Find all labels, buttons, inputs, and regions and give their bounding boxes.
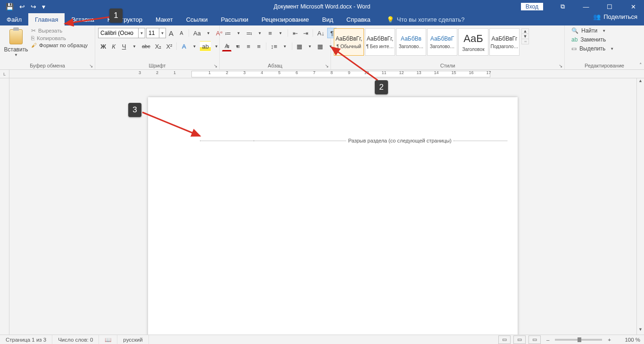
login-button[interactable]: Вход <box>521 3 543 10</box>
zoom-slider[interactable] <box>555 339 602 341</box>
tab-layout[interactable]: Макет <box>149 13 180 25</box>
align-center-button[interactable]: ≡ <box>233 41 243 51</box>
scissors-icon: ✂ <box>31 27 36 34</box>
view-read-button[interactable]: ▭ <box>498 336 511 344</box>
view-web-button[interactable]: ▭ <box>528 336 541 344</box>
format-painter-button[interactable]: 🖌Формат по образцу <box>31 42 88 48</box>
gallery-more-icon[interactable]: ⎓ <box>522 39 528 44</box>
gallery-up-icon[interactable]: ▲ <box>522 29 528 34</box>
shading-button[interactable]: ▦ <box>295 41 304 51</box>
style-item-3[interactable]: АаБбВвГЗаголово… <box>427 28 457 56</box>
view-print-button[interactable]: ▭ <box>513 336 526 344</box>
style-item-2[interactable]: АаБбВвЗаголово… <box>396 28 426 56</box>
tab-view[interactable]: Вид <box>315 13 340 25</box>
multilevel-drop-icon[interactable]: ▼ <box>276 28 285 38</box>
tab-help[interactable]: Справка <box>340 13 377 25</box>
strike-button[interactable]: abc <box>140 41 152 51</box>
highlight-button[interactable]: ab <box>200 41 210 51</box>
minimize-button[interactable]: — <box>575 0 597 13</box>
multilevel-button[interactable]: ≡ <box>265 28 275 38</box>
qat-more-icon[interactable]: ▾ <box>42 3 45 10</box>
sort-button[interactable]: A↓ <box>315 28 326 38</box>
styles-gallery-more[interactable]: ▲ ▼ ⎓ <box>521 28 529 44</box>
tab-home[interactable]: Главная <box>28 13 65 25</box>
decrease-indent-button[interactable]: ⇤ <box>290 28 300 38</box>
cut-button[interactable]: ✂Вырезать <box>31 27 88 34</box>
style-item-1[interactable]: АаБбВвГг,¶ Без инте… <box>365 28 395 56</box>
italic-button[interactable]: К <box>109 41 118 51</box>
font-name-drop-icon[interactable]: ▼ <box>139 28 145 38</box>
undo-icon[interactable]: ↩ <box>19 3 25 10</box>
close-button[interactable]: ✕ <box>622 0 644 13</box>
select-button[interactable]: ▭Выделить▼ <box>571 45 614 52</box>
justify-button[interactable]: ≡ <box>254 41 264 51</box>
style-item-0[interactable]: АаБбВвГг,¶ Обычный <box>334 28 364 56</box>
bullets-button[interactable]: ≔ <box>223 28 233 38</box>
font-name-input[interactable] <box>98 28 139 38</box>
numbering-button[interactable]: ≕ <box>244 28 254 38</box>
share-button[interactable]: 👥 Поделиться <box>593 13 637 20</box>
ruler-vertical[interactable] <box>0 78 9 335</box>
scroll-up-icon[interactable]: ▲ <box>638 78 643 86</box>
font-size-input[interactable] <box>146 28 159 38</box>
document-canvas[interactable]: Разрыв раздела (со следующей страницы) <box>9 78 644 335</box>
ribbon-options-icon[interactable]: ⧉ <box>552 0 573 13</box>
align-left-button[interactable]: ≡ <box>223 41 232 51</box>
superscript-button[interactable]: X² <box>164 41 174 51</box>
gallery-down-icon[interactable]: ▼ <box>522 34 528 39</box>
underline-button[interactable]: Ч <box>119 41 129 51</box>
text-effects-drop-icon[interactable]: ▼ <box>190 41 199 51</box>
replace-button[interactable]: abЗаменить <box>571 36 614 43</box>
status-page[interactable]: Страница 1 из 3 <box>0 335 52 344</box>
tell-me-search[interactable]: 💡 Что вы хотите сделать? <box>377 13 465 25</box>
underline-drop-icon[interactable]: ▼ <box>130 41 139 51</box>
change-case-button[interactable]: Aa <box>191 28 203 38</box>
bullets-drop-icon[interactable]: ▼ <box>234 28 243 38</box>
grow-font-button[interactable]: A <box>166 28 176 38</box>
status-proofing[interactable]: 📖 <box>99 335 117 344</box>
subscript-button[interactable]: X₂ <box>153 41 164 51</box>
style-item-5[interactable]: АаБбВвГгПодзаголо… <box>489 28 520 56</box>
paste-button[interactable]: Вставить ▼ <box>3 27 29 57</box>
tab-insert[interactable]: Вставка <box>65 13 100 25</box>
status-language[interactable]: русский <box>117 335 149 344</box>
para-launcher-icon[interactable]: ↘ <box>325 63 329 68</box>
collapse-ribbon-icon[interactable]: ˄ <box>639 62 642 68</box>
tab-design[interactable]: Конструктор <box>101 13 149 25</box>
line-spacing-drop-icon[interactable]: ▼ <box>280 41 289 51</box>
tab-references[interactable]: Ссылки <box>180 13 215 25</box>
ruler-horizontal[interactable]: L 3211234567891011121314151617 <box>0 70 644 78</box>
zoom-value[interactable]: 100 % <box>617 337 640 343</box>
increase-indent-button[interactable]: ⇥ <box>301 28 310 38</box>
text-effects-button[interactable]: A <box>179 41 189 51</box>
font-size-drop-icon[interactable]: ▼ <box>159 28 166 38</box>
borders-button[interactable]: ▦ <box>315 41 325 51</box>
numbering-drop-icon[interactable]: ▼ <box>255 28 264 38</box>
tab-file[interactable]: Файл <box>0 13 28 25</box>
status-word-count[interactable]: Число слов: 0 <box>52 335 99 344</box>
bold-button[interactable]: Ж <box>99 41 108 51</box>
copy-label: Копировать <box>37 35 66 41</box>
save-icon[interactable]: 💾 <box>6 3 14 10</box>
clipboard-launcher-icon[interactable]: ↘ <box>89 63 93 68</box>
shrink-font-button[interactable]: A <box>177 28 186 38</box>
styles-launcher-icon[interactable]: ↘ <box>559 63 562 68</box>
line-spacing-button[interactable]: ↕≡ <box>269 41 279 51</box>
zoom-in-button[interactable]: + <box>605 337 614 343</box>
shading-drop-icon[interactable]: ▼ <box>305 41 314 51</box>
copy-button[interactable]: ⎘Копировать <box>31 35 88 41</box>
tab-review[interactable]: Рецензирование <box>255 13 315 25</box>
zoom-out-button[interactable]: – <box>544 337 552 343</box>
scroll-down-icon[interactable]: ▼ <box>638 327 643 335</box>
font-launcher-icon[interactable]: ↘ <box>214 63 217 68</box>
style-preview: АаБ <box>463 33 483 45</box>
maximize-button[interactable]: ☐ <box>599 0 620 13</box>
change-case-drop-icon[interactable]: ▼ <box>204 28 213 38</box>
style-item-4[interactable]: АаБЗаголовок <box>458 28 488 56</box>
vertical-scrollbar[interactable]: ▲ ▼ <box>636 78 644 335</box>
align-right-button[interactable]: ≡ <box>244 41 253 51</box>
find-button[interactable]: 🔍Найти▼ <box>571 27 614 34</box>
page[interactable]: Разрыв раздела (со следующей страницы) <box>148 97 518 335</box>
tab-mailings[interactable]: Рассылки <box>214 13 255 25</box>
redo-icon[interactable]: ↪ <box>31 3 36 10</box>
